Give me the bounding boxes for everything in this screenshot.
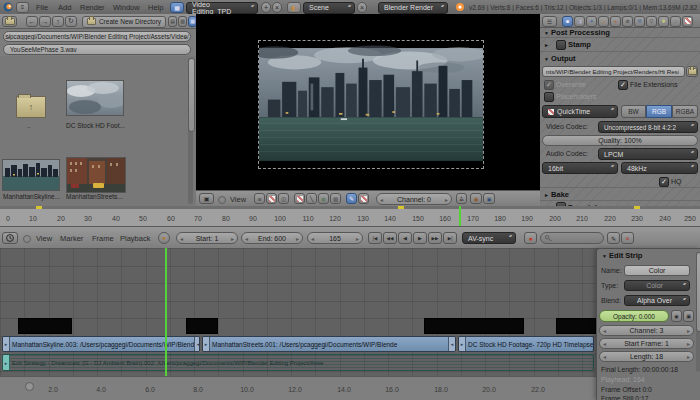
stamp-label[interactable]: Stamp — [568, 40, 591, 49]
channel-stepper[interactable]: Channel: 0 — [376, 193, 452, 205]
sequencer-editor-icon[interactable]: ▣ — [199, 193, 214, 204]
video-strip-streets[interactable]: ▸ ManhattanStreets.001: /Users/pcaggegi/… — [202, 336, 456, 352]
video-strip-dcstock[interactable]: ▸ DC Stock HD Footage- 720p HD Timelapse… — [458, 336, 594, 352]
ghost-icon[interactable]: ♙ — [456, 193, 467, 204]
world-tab-icon[interactable]: ✦ — [586, 16, 597, 27]
data-tab-icon[interactable]: ▽ — [646, 16, 657, 27]
strip-name-field[interactable]: Color — [624, 265, 690, 276]
delete-layout-button[interactable]: × — [272, 2, 282, 13]
blender-logo-icon[interactable] — [3, 2, 13, 12]
color-strip[interactable] — [556, 318, 596, 334]
placeholders-checkbox[interactable] — [544, 92, 554, 102]
render-anim-icon[interactable]: ▣ — [483, 193, 495, 204]
strip-right-handle[interactable]: ◂ — [194, 337, 200, 351]
display-waveform-icon[interactable]: ╲ — [306, 193, 317, 204]
color-strip[interactable] — [18, 318, 72, 334]
view-preview-icon[interactable] — [266, 193, 277, 204]
physics-tab-icon[interactable]: ◌ — [670, 16, 681, 27]
render-opengl-icon[interactable]: ▣ — [470, 193, 482, 204]
audio-codec-dropdown[interactable]: LPCM — [598, 148, 698, 160]
forward-button[interactable]: → — [39, 16, 51, 27]
file-format-dropdown[interactable]: QuickTime — [542, 105, 618, 118]
video-sequence-editor[interactable]: ▸ ManhattanSkyline.003: /Users/pcaggegi/… — [0, 248, 700, 400]
start-frame-field[interactable]: Start Frame: 1 — [599, 338, 694, 349]
panel-post-processing[interactable]: ▼ Post Processing — [544, 28, 610, 37]
audio-strip[interactable]: ▸ Exit Strategy - Dreamcatc (G - DJ Ambi… — [2, 354, 594, 371]
opacity-slider[interactable]: Opacity: 0.000 — [599, 310, 669, 322]
video-strip-skyline[interactable]: ▸ ManhattanSkyline.003: /Users/pcaggegi/… — [2, 336, 200, 352]
strip-left-handle[interactable]: ▸ — [3, 337, 10, 351]
marker-tick[interactable] — [398, 206, 404, 209]
overlay-edit-icon[interactable]: ✎ — [346, 193, 357, 204]
screen-layout-icon[interactable]: ▦ — [170, 2, 184, 13]
panel-stamp[interactable]: ► — [544, 40, 549, 49]
current-frame-field[interactable]: 165 — [307, 232, 363, 244]
file-thumbnail-skyline[interactable] — [2, 159, 60, 191]
directory-path-field[interactable]: s/pcaggegi/Documents/WIP/Blender Editing… — [3, 31, 191, 42]
strip-right-handle[interactable]: ◂ — [448, 337, 455, 351]
strip-left-handle[interactable]: ▸ — [3, 355, 10, 370]
keying-set-field[interactable] — [540, 232, 604, 244]
screen-layout-dropdown[interactable]: Video Editing_TPD — [186, 2, 258, 14]
parent-dir-button[interactable]: ↑ — [52, 16, 64, 27]
render-tab-icon[interactable]: ◙ — [562, 16, 573, 27]
color-strip[interactable] — [186, 318, 218, 334]
start-frame-field[interactable]: Start: 1 — [176, 232, 238, 244]
panel-bake[interactable]: ► Bake — [544, 190, 569, 199]
editor-type-button[interactable]: ≡ — [16, 2, 29, 13]
file-thumbnail-streets[interactable] — [66, 157, 126, 193]
menu-render[interactable]: Render — [80, 3, 105, 12]
jump-to-start-button[interactable]: |◀ — [368, 232, 382, 244]
textures-tab-icon[interactable] — [682, 16, 693, 27]
menu-window[interactable]: Window — [113, 3, 140, 12]
color-strip[interactable] — [424, 318, 524, 334]
timeline-frame-menu[interactable]: Frame — [92, 234, 114, 243]
file-thumbnail-clouds[interactable] — [66, 80, 124, 116]
play-button[interactable]: ▶ — [413, 232, 427, 244]
blend-mode-dropdown[interactable]: Alpha Over — [624, 295, 690, 306]
channel-field[interactable]: Channel: 3 — [599, 325, 694, 336]
refresh-button[interactable]: ↻ — [65, 16, 77, 27]
header-collapse-icon[interactable] — [218, 196, 226, 204]
view-both-icon[interactable]: ◫ — [278, 193, 289, 204]
properties-editor-icon[interactable]: ☰ — [542, 16, 557, 27]
lock-icon[interactable]: ▣ — [683, 310, 694, 322]
display-short-list-icon[interactable]: ▤ — [168, 16, 177, 27]
animate-opacity-icon[interactable]: ◉ — [671, 310, 682, 322]
overwrite-checkbox[interactable]: ✓ — [544, 80, 554, 90]
length-field[interactable]: Length: 18 — [599, 351, 694, 362]
delete-keyframe-icon[interactable]: × — [621, 232, 634, 244]
file-list-scrollbar[interactable] — [188, 58, 193, 204]
modifiers-tab-icon[interactable]: ⚒ — [634, 16, 645, 27]
av-sync-dropdown[interactable]: AV-sync — [462, 232, 516, 244]
jump-to-end-button[interactable]: ▶| — [443, 232, 457, 244]
file-label-dcstock[interactable]: DC Stock HD Foot... — [66, 122, 125, 129]
sequencer-playhead[interactable] — [165, 248, 167, 376]
strip-left-handle[interactable]: ▸ — [203, 337, 210, 351]
video-codec-dropdown[interactable]: Uncompressed 8-bit 4:2:2 — [598, 121, 698, 133]
timeline-frame-ruler[interactable]: 0 10 20 30 40 50 60 70 80 90 100 110 120… — [0, 206, 700, 226]
prev-keyframe-button[interactable]: ◀◀ — [383, 232, 397, 244]
timeline-view-menu[interactable]: View — [36, 234, 52, 243]
file-extensions-checkbox[interactable]: ✓ — [618, 80, 628, 90]
color-rgb-button[interactable]: RGB — [646, 105, 672, 118]
parent-folder-label[interactable]: .. — [27, 122, 31, 129]
stamp-checkbox[interactable] — [556, 40, 566, 50]
color-rgba-button[interactable]: RGBA — [672, 105, 698, 118]
render-engine-dropdown[interactable]: Blender Render — [378, 2, 448, 14]
menu-add[interactable]: Add — [58, 3, 71, 12]
display-chroma-icon[interactable]: ◍ — [318, 193, 329, 204]
material-tab-icon[interactable]: ● — [610, 16, 621, 27]
record-button[interactable]: ● — [524, 232, 537, 244]
edit-strip-scrollbar[interactable] — [696, 252, 700, 372]
timeline-marker-menu[interactable]: Marker — [60, 234, 83, 243]
browse-output-folder-button[interactable] — [686, 66, 698, 77]
file-label-skyline[interactable]: ManhattanSkyline... — [3, 193, 60, 200]
menu-help[interactable]: Help — [148, 3, 163, 12]
timeline-playback-menu[interactable]: Playback — [120, 234, 150, 243]
end-frame-field[interactable]: End: 600 — [241, 232, 303, 244]
marker-tick[interactable] — [36, 206, 42, 209]
parent-folder-item[interactable]: ↑ — [16, 96, 46, 118]
insert-keyframe-icon[interactable]: ✎ — [607, 232, 620, 244]
create-directory-button[interactable]: Create New Directory — [82, 16, 166, 28]
